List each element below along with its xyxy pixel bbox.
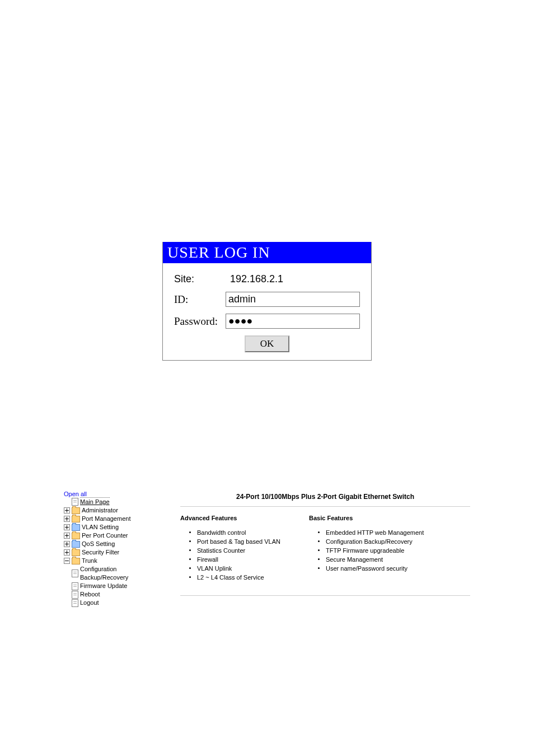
list-item: User name/Password security bbox=[320, 564, 438, 573]
password-input[interactable] bbox=[226, 314, 360, 329]
document-icon bbox=[72, 591, 78, 599]
content-area: 24-Port 10/100Mbps Plus 2-Port Gigabit E… bbox=[165, 491, 470, 607]
advanced-features-column: Advanced Features Bandwidth control Port… bbox=[180, 515, 309, 582]
tree-item-label[interactable]: Logout bbox=[80, 599, 99, 607]
basic-features-column: Basic Features Embedded HTTP web Managem… bbox=[309, 515, 438, 582]
tree-item-label[interactable]: ConfigurationBackup/Recovery bbox=[80, 565, 128, 582]
tree-config-backup[interactable]: ConfigurationBackup/Recovery bbox=[64, 565, 165, 582]
list-item: Statistics Counter bbox=[191, 546, 309, 555]
list-item: Secure Management bbox=[320, 555, 438, 564]
tree-administrator[interactable]: Administrator bbox=[64, 506, 165, 515]
tree-item-label[interactable]: Per Port Counter bbox=[82, 531, 128, 540]
plus-icon[interactable] bbox=[64, 549, 70, 556]
basic-heading: Basic Features bbox=[309, 515, 438, 521]
navigation-tree: Open all Main Page Administrator Port Ma… bbox=[64, 491, 165, 607]
main-page-container: Open all Main Page Administrator Port Ma… bbox=[0, 491, 534, 607]
id-input[interactable] bbox=[226, 292, 360, 307]
basic-list: Embedded HTTP web Management Configurati… bbox=[309, 528, 438, 573]
advanced-list: Bandwidth control Port based & Tag based… bbox=[180, 528, 309, 582]
main-page-link[interactable]: Main Page bbox=[80, 497, 110, 506]
tree-item-label[interactable]: VLAN Setting bbox=[82, 523, 119, 531]
plus-icon[interactable] bbox=[64, 516, 70, 522]
features-row: Advanced Features Bandwidth control Port… bbox=[180, 515, 470, 582]
password-label: Password: bbox=[174, 315, 226, 328]
list-item: TFTP Firmware upgradeable bbox=[320, 546, 438, 555]
plus-icon[interactable] bbox=[64, 524, 70, 530]
tree-item-label[interactable]: Firmware Update bbox=[80, 582, 127, 590]
folder-icon bbox=[72, 558, 80, 564]
login-header: USER LOG IN bbox=[163, 242, 371, 263]
tree-security-filter[interactable]: Security Filter bbox=[64, 548, 165, 557]
tree-per-port-counter[interactable]: Per Port Counter bbox=[64, 531, 165, 540]
login-dialog: USER LOG IN Site: 192.168.2.1 ID: Passwo… bbox=[162, 242, 372, 361]
advanced-heading: Advanced Features bbox=[180, 515, 309, 521]
site-value: 192.168.2.1 bbox=[230, 273, 283, 285]
list-item: Bandwidth control bbox=[191, 528, 309, 537]
tree-item-label[interactable]: QoS Setting bbox=[82, 540, 115, 548]
folder-icon bbox=[72, 524, 80, 531]
document-icon bbox=[72, 599, 78, 607]
tree-vlan-setting[interactable]: VLAN Setting bbox=[64, 523, 165, 531]
tree-reboot[interactable]: Reboot bbox=[64, 590, 165, 599]
list-item: Embedded HTTP web Management bbox=[320, 528, 438, 537]
minus-icon[interactable] bbox=[64, 558, 70, 564]
document-icon bbox=[72, 582, 78, 590]
list-item: Port based & Tag based VLAN bbox=[191, 537, 309, 546]
plus-icon[interactable] bbox=[64, 541, 70, 547]
list-item: Firewall bbox=[191, 555, 309, 564]
document-icon bbox=[72, 570, 78, 577]
tree-item-label[interactable]: Reboot bbox=[80, 590, 100, 599]
login-body: Site: 192.168.2.1 ID: Password: OK bbox=[163, 263, 371, 360]
page-title: 24-Port 10/100Mbps Plus 2-Port Gigabit E… bbox=[180, 493, 470, 507]
list-item: L2 ~ L4 Class of Service bbox=[191, 573, 309, 582]
tree-item-label[interactable]: Security Filter bbox=[82, 548, 119, 557]
folder-icon bbox=[72, 549, 80, 556]
divider bbox=[180, 595, 470, 596]
tree-item-label[interactable]: Administrator bbox=[82, 506, 118, 515]
list-item: VLAN Uplink bbox=[191, 564, 309, 573]
folder-icon bbox=[72, 533, 80, 539]
plus-icon[interactable] bbox=[64, 533, 70, 539]
folder-icon bbox=[72, 516, 80, 522]
open-all-link[interactable]: Open all bbox=[64, 491, 165, 497]
tree-item-label[interactable]: Trunk bbox=[82, 557, 97, 565]
tree-logout[interactable]: Logout bbox=[64, 599, 165, 607]
tree-item-label[interactable]: Port Management bbox=[82, 515, 130, 523]
id-label: ID: bbox=[174, 293, 226, 306]
list-item: Configuration Backup/Recovery bbox=[320, 537, 438, 546]
tree-trunk[interactable]: Trunk bbox=[64, 557, 165, 565]
tree-port-management[interactable]: Port Management bbox=[64, 515, 165, 523]
folder-icon bbox=[72, 541, 80, 548]
plus-icon[interactable] bbox=[64, 507, 70, 514]
site-label: Site: bbox=[174, 273, 230, 285]
tree-main-page-item[interactable]: Main Page bbox=[64, 497, 165, 506]
ok-button[interactable]: OK bbox=[245, 335, 290, 352]
tree-qos-setting[interactable]: QoS Setting bbox=[64, 540, 165, 548]
tree-firmware-update[interactable]: Firmware Update bbox=[64, 582, 165, 590]
folder-icon bbox=[72, 507, 80, 514]
document-icon bbox=[72, 498, 78, 506]
